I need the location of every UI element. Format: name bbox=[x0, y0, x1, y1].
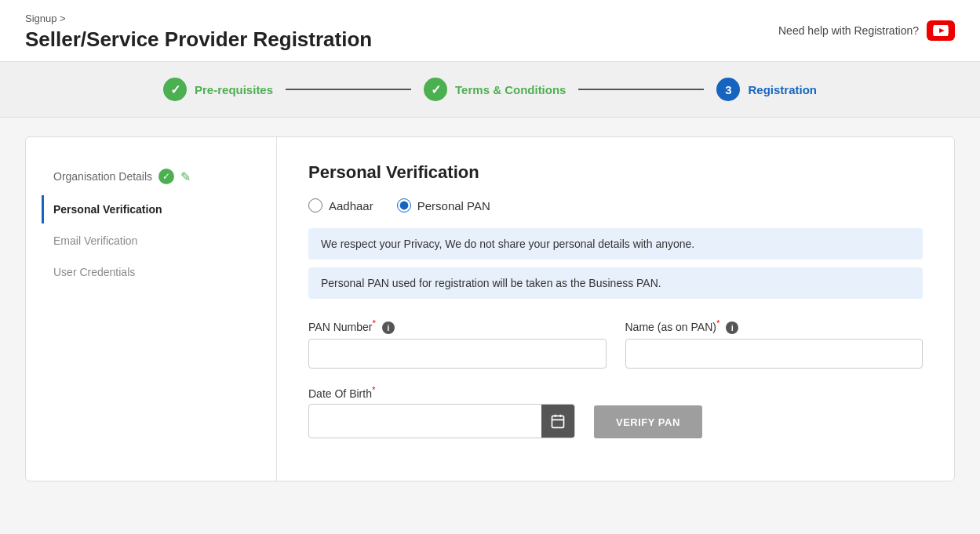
personal-verification-label: Personal Verification bbox=[53, 203, 162, 216]
aadhaar-radio[interactable] bbox=[308, 198, 322, 213]
verify-pan-button[interactable]: VERIFY PAN bbox=[594, 405, 702, 438]
org-details-edit-icon[interactable]: ✎ bbox=[180, 169, 191, 184]
steps-bar: ✓ Pre-requisites ✓ Terms & Conditions 3 … bbox=[0, 62, 980, 118]
radio-group: Aadhaar Personal PAN bbox=[308, 198, 923, 213]
dob-input[interactable] bbox=[309, 407, 541, 435]
step-connector-1 bbox=[286, 89, 411, 90]
registration-card: Organisation Details ✓ ✎ Personal Verifi… bbox=[25, 136, 955, 481]
step-label-pre-requisites: Pre-requisites bbox=[195, 83, 273, 96]
form-group-dob: Date Of Birth* bbox=[308, 384, 575, 439]
form-title: Personal Verification bbox=[308, 162, 923, 183]
pan-number-input[interactable] bbox=[308, 339, 607, 369]
info-box-pan: Personal PAN used for registration will … bbox=[308, 267, 923, 299]
name-on-pan-label: Name (as on PAN)* i bbox=[625, 318, 924, 334]
name-on-pan-info-icon[interactable]: i bbox=[726, 321, 738, 334]
header-right: Need help with Registration? bbox=[778, 20, 955, 41]
org-details-label: Organisation Details bbox=[53, 170, 152, 183]
name-on-pan-input[interactable] bbox=[625, 339, 924, 369]
personal-pan-label: Personal PAN bbox=[417, 199, 490, 213]
step-label-registration: Registration bbox=[748, 83, 817, 96]
step-check-icon-terms: ✓ bbox=[424, 78, 447, 101]
form-group-name-on-pan: Name (as on PAN)* i bbox=[625, 318, 924, 369]
personal-pan-option[interactable]: Personal PAN bbox=[397, 198, 490, 213]
main-content: Organisation Details ✓ ✎ Personal Verifi… bbox=[0, 118, 980, 500]
calendar-button[interactable] bbox=[541, 405, 574, 438]
step-pre-requisites: ✓ Pre-requisites bbox=[163, 78, 273, 101]
dob-label: Date Of Birth* bbox=[308, 384, 575, 400]
aadhaar-option[interactable]: Aadhaar bbox=[308, 198, 373, 213]
page-title: Seller/Service Provider Registration bbox=[25, 27, 372, 52]
step-registration: 3 Registration bbox=[716, 78, 817, 101]
user-credentials-label: User Credentials bbox=[53, 266, 135, 278]
date-input-wrapper bbox=[308, 404, 575, 438]
form-row-pan: PAN Number* i Name (as on PAN)* i bbox=[308, 318, 923, 369]
youtube-button[interactable] bbox=[927, 20, 955, 41]
help-text: Need help with Registration? bbox=[778, 24, 919, 37]
sidebar-nav: Organisation Details ✓ ✎ Personal Verifi… bbox=[26, 137, 277, 481]
pan-number-info-icon[interactable]: i bbox=[382, 321, 395, 334]
form-fields: PAN Number* i Name (as on PAN)* i bbox=[308, 318, 923, 438]
step-check-icon-pre-requisites: ✓ bbox=[163, 78, 187, 101]
form-area: Personal Verification Aadhaar Personal P… bbox=[277, 137, 954, 481]
svg-rect-0 bbox=[552, 416, 564, 428]
step-num-icon-registration: 3 bbox=[716, 78, 740, 101]
form-group-pan-number: PAN Number* i bbox=[308, 318, 607, 369]
info-box-privacy: We respect your Privacy, We do not share… bbox=[308, 228, 923, 260]
step-terms: ✓ Terms & Conditions bbox=[424, 78, 566, 101]
breadcrumb: Signup > bbox=[25, 13, 372, 24]
pan-number-label: PAN Number* i bbox=[308, 318, 607, 334]
aadhaar-label: Aadhaar bbox=[329, 199, 373, 213]
sidebar-item-user-credentials[interactable]: User Credentials bbox=[42, 258, 260, 286]
sidebar-item-email-verification[interactable]: Email Verification bbox=[42, 227, 260, 255]
personal-pan-radio[interactable] bbox=[397, 198, 411, 213]
org-details-check-icon: ✓ bbox=[158, 169, 174, 184]
step-label-terms: Terms & Conditions bbox=[455, 83, 566, 96]
sidebar-item-organisation-details[interactable]: Organisation Details ✓ ✎ bbox=[42, 161, 260, 192]
step-connector-2 bbox=[578, 89, 704, 90]
dob-row: Date Of Birth* bbox=[308, 384, 923, 439]
header: Signup > Seller/Service Provider Registr… bbox=[0, 0, 980, 62]
sidebar-item-personal-verification[interactable]: Personal Verification bbox=[42, 195, 260, 223]
email-verification-label: Email Verification bbox=[53, 234, 137, 247]
header-left: Signup > Seller/Service Provider Registr… bbox=[25, 13, 372, 52]
